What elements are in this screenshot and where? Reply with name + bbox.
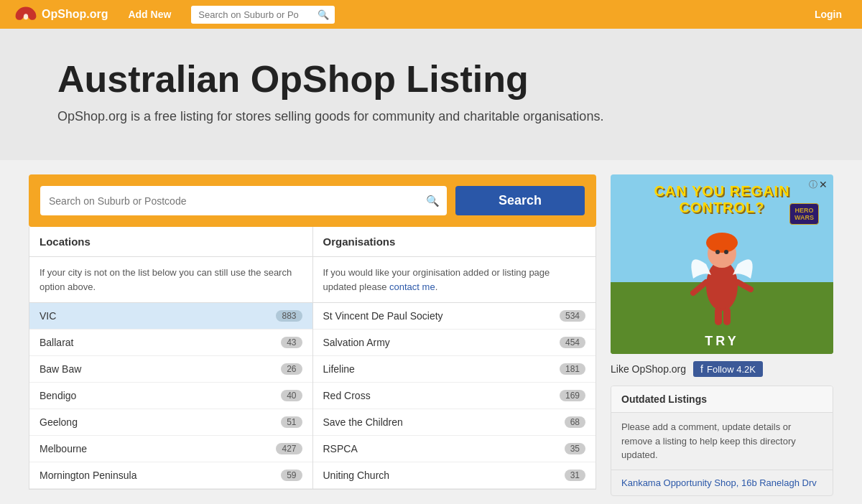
list-item-badge: 68 [565, 416, 585, 428]
organisations-header: Organisations [313, 227, 596, 257]
hero-subtitle: OpShop.org is a free listing for stores … [57, 109, 805, 124]
list-item-badge: 534 [560, 310, 585, 322]
list-item-label: Geelong [40, 416, 78, 428]
search-input-wrapper: 🔍 [40, 186, 447, 215]
svg-point-0 [24, 14, 28, 19]
search-section: 🔍 Search [29, 174, 596, 227]
svg-line-6 [693, 282, 706, 293]
list-item-badge: 454 [560, 337, 585, 348]
list-item-label: Red Cross [323, 390, 371, 401]
list-item[interactable]: Lifeline 181 [313, 356, 596, 383]
logo-area: OpShop.org [14, 5, 108, 24]
hero-title: Australian OpShop Listing [57, 57, 805, 101]
list-item-badge: 883 [276, 310, 302, 322]
ad-banner[interactable]: CAN YOU REGAIN CONTROL? ⓘ ✕ HEROWARS [611, 174, 833, 354]
header-search-icon: 🔍 [318, 9, 329, 20]
list-item[interactable]: VIC 883 [29, 303, 312, 330]
list-item[interactable]: Mornington Peninsula 59 [29, 462, 312, 489]
list-item-badge: 35 [565, 443, 585, 454]
left-content: 🔍 Search Locations If your city is not o… [29, 174, 596, 496]
sidebar: CAN YOU REGAIN CONTROL? ⓘ ✕ HEROWARS [611, 174, 833, 496]
list-item-badge: 169 [560, 390, 585, 401]
list-item[interactable]: Salvation Army 454 [313, 330, 596, 356]
svg-rect-4 [715, 307, 722, 325]
org-info-after: . [435, 281, 438, 292]
list-item[interactable]: Geelong 51 [29, 409, 312, 436]
list-item-label: Ballarat [40, 337, 73, 348]
facebook-like-button[interactable]: f Follow 4.2K [693, 361, 763, 377]
outdated-title: Outdated Listings [611, 386, 833, 413]
svg-point-9 [724, 250, 728, 254]
list-item[interactable]: Melbourne 427 [29, 436, 312, 462]
list-item-badge: 427 [276, 443, 302, 454]
logo-text: OpShop.org [42, 8, 108, 21]
list-item-badge: 181 [560, 363, 585, 375]
header: OpShop.org Add New 🔍 Login [0, 0, 862, 29]
main-content: 🔍 Search Locations If your city is not o… [14, 160, 848, 504]
ad-title: CAN YOU REGAIN CONTROL? [611, 183, 833, 216]
list-item-label: St Vincent De Paul Society [323, 310, 443, 322]
add-new-button[interactable]: Add New [122, 6, 177, 23]
list-item[interactable]: St Vincent De Paul Society 534 [313, 303, 596, 330]
list-item-label: Lifeline [323, 363, 355, 375]
svg-point-8 [715, 250, 720, 254]
list-item-label: RSPCA [323, 443, 358, 454]
logo-icon [14, 5, 37, 24]
organisations-info: If you would like your orginisation adde… [313, 257, 596, 303]
list-item[interactable]: Red Cross 169 [313, 383, 596, 409]
list-item[interactable]: Save the Children 68 [313, 409, 596, 436]
organisations-column: Organisations If you would like your org… [313, 227, 596, 489]
header-search-wrapper: 🔍 [191, 6, 335, 24]
list-item-badge: 51 [281, 416, 302, 428]
list-item[interactable]: Baw Baw 26 [29, 356, 312, 383]
facebook-icon: f [700, 363, 703, 375]
list-item-label: Melbourne [40, 443, 87, 454]
list-item[interactable]: Uniting Church 31 [313, 462, 596, 489]
login-button[interactable]: Login [809, 6, 848, 23]
svg-rect-5 [723, 307, 731, 325]
list-item-label: VIC [40, 310, 56, 322]
locations-info: If your city is not on the list below yo… [29, 257, 312, 303]
locations-column: Locations If your city is not on the lis… [29, 227, 313, 489]
list-item-badge: 40 [281, 390, 302, 401]
svg-line-7 [738, 282, 751, 289]
header-search-input[interactable] [191, 6, 335, 24]
list-item-badge: 31 [565, 470, 585, 481]
list-item-badge: 43 [281, 337, 302, 348]
list-item-label: Bendigo [40, 390, 76, 401]
ad-character [679, 214, 765, 329]
outdated-listings-box: Outdated Listings Please add a comment, … [611, 386, 833, 496]
fb-like-label: Follow 4.2K [707, 364, 756, 375]
list-item-badge: 59 [281, 470, 302, 481]
hero-section: Australian OpShop Listing OpShop.org is … [0, 29, 862, 160]
search-button[interactable]: Search [455, 186, 585, 215]
list-item-label: Mornington Peninsula [40, 470, 136, 481]
main-search-icon: 🔍 [426, 195, 440, 207]
list-item-label: Salvation Army [323, 337, 390, 348]
main-search-input[interactable] [40, 188, 447, 214]
list-item-badge: 26 [281, 363, 302, 375]
contact-link[interactable]: contact me [389, 281, 435, 292]
list-item-label: Uniting Church [323, 470, 390, 481]
list-item-label: Save the Children [323, 416, 403, 428]
svg-point-3 [706, 233, 738, 253]
ad-try-label: TRY [705, 334, 738, 349]
like-row: Like OpShop.org f Follow 4.2K [611, 361, 833, 377]
list-item-label: Baw Baw [40, 363, 81, 375]
outdated-text: Please add a comment, update details or … [611, 413, 833, 470]
outdated-listing-link[interactable]: Kankama Opportunity Shop, 16b Ranelagh D… [611, 470, 833, 495]
list-item[interactable]: RSPCA 35 [313, 436, 596, 462]
like-label: Like OpShop.org [611, 363, 686, 375]
svg-point-1 [706, 261, 738, 311]
locations-header: Locations [29, 227, 312, 257]
list-item[interactable]: Ballarat 43 [29, 330, 312, 356]
tables-row: Locations If your city is not on the lis… [29, 227, 596, 490]
list-item[interactable]: Bendigo 40 [29, 383, 312, 409]
